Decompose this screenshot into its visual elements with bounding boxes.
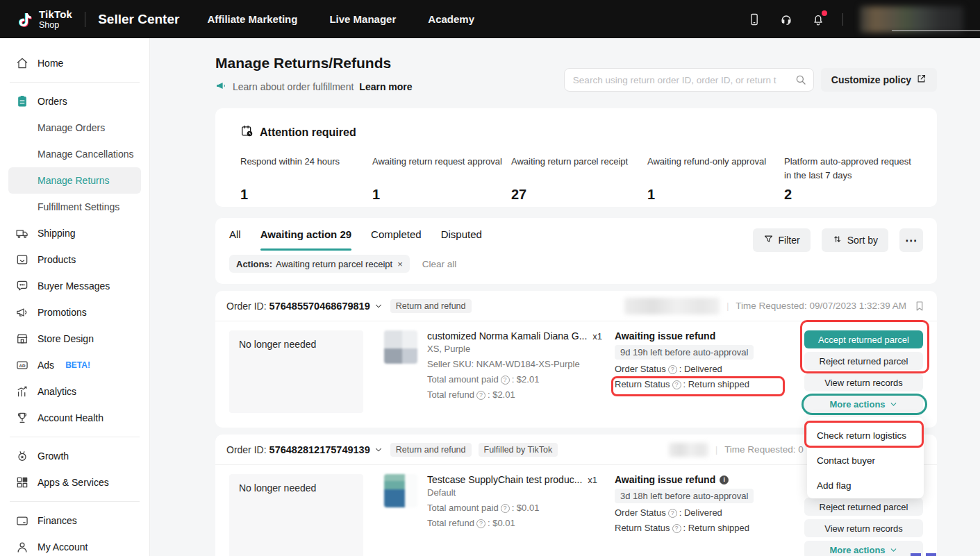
sidebar-item-analytics[interactable]: Analytics [8, 378, 141, 405]
paid-label: Total amount paid [427, 372, 499, 387]
chevron-down-icon[interactable] [374, 301, 383, 311]
sidebar-item-apps-services[interactable]: Apps & Services [8, 469, 141, 496]
mobile-app-icon[interactable] [747, 12, 762, 27]
menu-item-contact-buyer[interactable]: Contact buyer [807, 448, 924, 473]
product-image[interactable] [384, 474, 417, 507]
question-circle-icon[interactable]: ? [476, 519, 485, 528]
reject-returned-parcel-button[interactable]: Reject returned parcel [804, 498, 923, 516]
link-academy[interactable]: Academy [428, 13, 474, 25]
menu-item-check-return-logistics[interactable]: Check return logistics [807, 423, 924, 448]
buyer-name-redacted [669, 443, 708, 457]
link-affiliate-marketing[interactable]: Affiliate Marketing [207, 13, 297, 25]
tiktok-shop-logo[interactable]: TikTok Shop [17, 9, 72, 30]
seller-center-title[interactable]: Seller Center [98, 12, 179, 27]
stat-value: 1 [372, 187, 511, 203]
link-live-manager[interactable]: Live Manager [329, 13, 396, 25]
product-name[interactable]: Testcase SupplyChain test produc... [427, 474, 582, 485]
external-link-icon [916, 74, 927, 86]
search-icon[interactable] [795, 74, 807, 86]
clear-all-link[interactable]: Clear all [422, 259, 457, 269]
question-circle-icon[interactable]: ? [501, 504, 510, 513]
question-circle-icon[interactable]: ? [668, 365, 677, 374]
product-qty: x1 [588, 475, 597, 485]
sidebar-item-manage-orders[interactable]: Manage Orders [8, 115, 141, 141]
calendar-clock-icon [240, 124, 254, 140]
stat-awaiting-request-approval: Awaiting return request approval 1 [372, 155, 511, 203]
view-return-records-button[interactable]: View return records [804, 519, 923, 537]
sidebar-item-label: Ads [38, 360, 54, 371]
question-circle-icon[interactable]: ? [501, 376, 510, 385]
more-actions-label: More actions [829, 399, 885, 410]
sidebar-item-home[interactable]: Home [8, 50, 141, 76]
order-status-label: Order Status [615, 505, 666, 521]
sidebar-item-label: My Account [38, 541, 88, 553]
more-actions-button[interactable]: More actions [804, 541, 923, 556]
sidebar-item-shipping[interactable]: Shipping [8, 220, 141, 246]
customize-policy-label: Customize policy [831, 74, 911, 85]
bookmark-icon[interactable] [913, 300, 926, 312]
sidebar-item-fulfillment-settings[interactable]: Fulfillment Settings [8, 194, 141, 220]
active-filter-chip: Actions: Awaiting return parcel receipt … [229, 255, 410, 273]
product-sku: Seller SKU: NKAM-WD184-XS-Purple [427, 357, 602, 372]
accept-returned-parcel-button[interactable]: Accept returned parcel [804, 330, 923, 348]
sidebar-item-ads[interactable]: AD Ads BETA! [8, 352, 141, 378]
info-circle-icon[interactable]: i [720, 475, 729, 485]
time-requested: Time Requested: 09/07/2023 1:32:39 AM [736, 301, 906, 311]
buyer-name-redacted [624, 298, 720, 314]
notifications-bell-icon[interactable] [811, 12, 826, 27]
storefront-icon [15, 332, 29, 346]
header-separator: | [715, 445, 717, 455]
sidebar-item-manage-cancellations[interactable]: Manage Cancellations [8, 141, 141, 167]
sidebar-item-promotions[interactable]: Promotions [8, 299, 141, 326]
sidebar-item-label: Account Health [38, 412, 103, 423]
sidebar-item-my-account[interactable]: My Account [8, 534, 141, 556]
tab-completed[interactable]: Completed [371, 228, 422, 251]
analytics-chart-icon [15, 385, 29, 398]
order-id-value: 576485570468679819 [269, 301, 370, 312]
sidebar-item-buyer-messages[interactable]: Buyer Messages [8, 273, 141, 299]
product-image[interactable] [384, 330, 417, 364]
more-actions-button[interactable]: More actions [804, 395, 923, 413]
order-status-value: : Delivered [679, 505, 722, 521]
chip-value: Awaiting return parcel receipt [276, 259, 392, 269]
navbar-divider [842, 13, 843, 26]
menu-item-add-flag[interactable]: Add flag [807, 473, 924, 498]
sidebar-item-growth[interactable]: Growth [8, 443, 141, 469]
widget-fragment [926, 553, 936, 556]
question-circle-icon[interactable]: ? [672, 380, 681, 389]
tab-disputed[interactable]: Disputed [441, 228, 482, 251]
tab-awaiting-action[interactable]: Awaiting action 29 [260, 228, 351, 251]
more-options-button[interactable]: ⋯ [899, 228, 923, 252]
filter-button[interactable]: Filter [753, 228, 811, 252]
paid-value: : $0.01 [512, 500, 540, 516]
account-underline [892, 30, 980, 31]
search-input[interactable] [564, 68, 814, 92]
sidebar-item-account-health[interactable]: Account Health [8, 405, 141, 431]
chip-close-icon[interactable]: × [397, 259, 403, 269]
sidebar-item-orders[interactable]: Orders [8, 88, 141, 115]
sidebar-item-manage-returns[interactable]: Manage Returns [8, 167, 141, 194]
support-headset-icon[interactable] [779, 12, 794, 27]
sidebar-item-store-design[interactable]: Store Design [8, 326, 141, 352]
stat-label: Awaiting return request approval [372, 155, 511, 169]
view-return-records-button[interactable]: View return records [804, 373, 923, 391]
stat-awaiting-parcel-receipt: Awaiting return parcel receipt 27 [511, 155, 647, 203]
learn-more-link[interactable]: Learn more [359, 81, 412, 92]
customize-policy-button[interactable]: Customize policy [821, 68, 937, 92]
sidebar-item-finances[interactable]: Finances [8, 507, 141, 534]
stat-label: Respond within 24 hours [240, 155, 372, 169]
product-variant: Default [427, 485, 597, 500]
reject-returned-parcel-button[interactable]: Reject returned parcel [804, 352, 923, 370]
product-name[interactable]: customized Norma Kamali Diana G... [427, 330, 587, 342]
account-info-redacted[interactable] [860, 6, 963, 33]
auto-approval-timer: 9d 19h left before auto-approval [615, 345, 754, 360]
question-circle-icon[interactable]: ? [668, 509, 677, 518]
chevron-down-icon[interactable] [374, 445, 383, 455]
apps-grid-icon [15, 475, 29, 489]
refund-value: : $2.01 [488, 387, 515, 403]
question-circle-icon[interactable]: ? [476, 391, 485, 400]
question-circle-icon[interactable]: ? [672, 524, 681, 533]
sidebar-item-products[interactable]: Products [8, 246, 141, 273]
sort-by-button[interactable]: Sort by [822, 228, 888, 252]
tab-all[interactable]: All [229, 228, 241, 251]
